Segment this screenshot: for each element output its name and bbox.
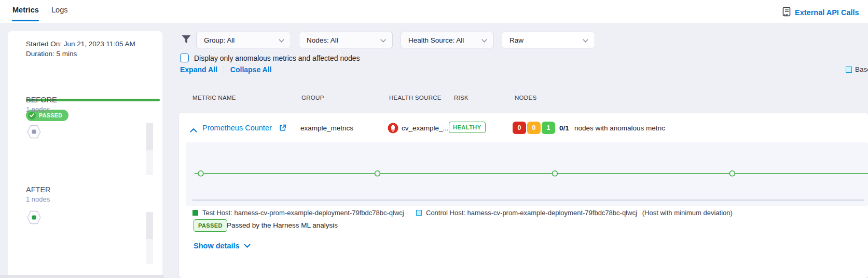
chevron-down-icon	[279, 36, 284, 44]
data-mode-dropdown[interactable]: Raw	[502, 32, 595, 48]
chevron-down-icon	[583, 36, 588, 44]
after-node-hexagon[interactable]	[27, 210, 41, 224]
anomalous-only-label: Display only anomalous metrics and affec…	[194, 54, 360, 62]
data-mode-value: Raw	[509, 36, 523, 44]
control-host-swatch-icon	[416, 210, 422, 216]
before-node-count: 1 nodes	[26, 105, 50, 113]
column-header-health-source: HEALTH SOURCE	[389, 95, 442, 101]
baseline-legend-label: Base	[855, 65, 868, 73]
active-tab-underline	[12, 20, 39, 21]
metric-timeseries-chart[interactable]	[186, 142, 868, 206]
chart-x-axis	[192, 200, 864, 201]
nodes-summary-text: nodes with anomalous metric	[574, 124, 665, 132]
column-header-nodes: NODES	[515, 95, 536, 101]
duration-text: Duration: 5 mins	[26, 50, 77, 58]
metric-group-value: example_metrics	[300, 124, 353, 132]
expand-all-link[interactable]: Expand All	[180, 65, 217, 74]
collapse-row-chevron-icon[interactable]	[190, 125, 197, 135]
group-filter-dropdown[interactable]: Group: All	[196, 32, 291, 48]
health-source-value: cv_example_...	[402, 124, 449, 132]
started-on-text: Started On: Jun 21, 2023 11:05 AM	[26, 40, 135, 48]
show-details-label: Show details	[194, 242, 240, 250]
chevron-down-icon	[380, 36, 386, 44]
before-label: BEFORE	[26, 96, 57, 104]
warning-node-count-orange[interactable]: 0	[527, 122, 541, 134]
chart-line-svg	[186, 142, 868, 206]
external-api-calls-label: External API Calls	[795, 8, 859, 17]
control-host-note: (Host with minimum deviation)	[642, 209, 733, 217]
before-list-scrollbar[interactable]	[146, 123, 153, 175]
anomalous-only-checkbox[interactable]	[180, 54, 189, 62]
health-source-filter-dropdown[interactable]: Health Source: All	[401, 32, 494, 48]
scrollbar-thumb[interactable]	[146, 123, 153, 150]
top-tab-bar: Metrics Logs API External API Calls	[0, 0, 868, 23]
column-header-metric-name: METRIC NAME	[192, 95, 236, 101]
metric-name-link[interactable]: Prometheus Counter	[202, 124, 272, 132]
baseline-swatch-icon	[846, 67, 852, 73]
external-link-icon[interactable]	[279, 124, 286, 134]
health-source-filter-value: Health Source: All	[408, 36, 464, 44]
collapse-all-link[interactable]: Collapse All	[230, 65, 272, 74]
tab-logs[interactable]: Logs	[51, 6, 67, 14]
chevron-down-icon	[244, 242, 251, 250]
analysis-verdict-badge: PASSED	[194, 219, 227, 232]
svg-text:API: API	[783, 14, 789, 17]
nodes-summary-ratio: 0/1	[559, 124, 569, 132]
nodes-filter-dropdown[interactable]: Nodes: All	[299, 32, 393, 48]
tab-metrics[interactable]: Metrics	[12, 6, 39, 14]
after-list-scrollbar[interactable]	[146, 212, 153, 264]
baseline-legend: Base	[846, 65, 868, 73]
before-node-hexagon[interactable]	[27, 125, 41, 139]
sidebar-bottom-scroll-track[interactable]	[0, 275, 164, 278]
group-filter-value: Group: All	[204, 36, 235, 44]
test-host-legend: Test Host: harness-cv-prom-example-deplo…	[202, 209, 404, 217]
external-api-calls-link[interactable]: API External API Calls	[782, 7, 859, 18]
column-header-risk: RISK	[454, 95, 469, 101]
anomalous-node-count-red[interactable]: 0	[513, 122, 526, 134]
after-node-count: 1 nodes	[26, 195, 50, 203]
risk-badge: HEALTHY	[449, 122, 486, 133]
filter-icon	[181, 34, 191, 47]
verification-summary-panel: Started On: Jun 21, 2023 11:05 AM Durati…	[8, 31, 162, 278]
healthy-node-count-green[interactable]: 1	[542, 122, 555, 134]
nodes-filter-value: Nodes: All	[307, 36, 338, 44]
control-host-legend: Control Host: harness-cv-prom-example-de…	[426, 209, 637, 217]
show-details-link[interactable]: Show details	[194, 242, 251, 250]
prometheus-icon	[388, 123, 398, 136]
link-divider	[224, 65, 224, 74]
api-document-icon: API	[782, 7, 791, 18]
analysis-verdict-text: Passed by the Harness ML analysis	[227, 221, 338, 229]
chevron-down-icon	[481, 36, 487, 44]
scrollbar-thumb[interactable]	[146, 212, 153, 239]
after-label: AFTER	[26, 186, 51, 194]
column-header-group: GROUP	[301, 95, 324, 101]
test-host-swatch-icon	[192, 210, 198, 216]
